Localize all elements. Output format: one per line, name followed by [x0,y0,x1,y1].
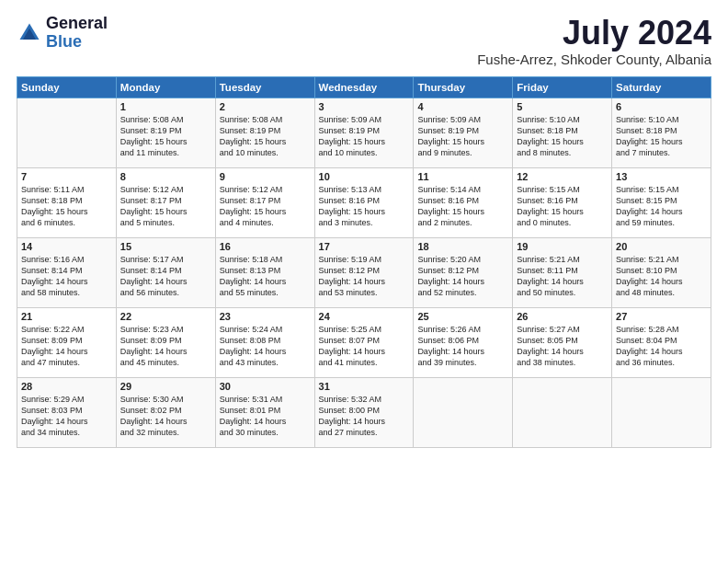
day-number: 21 [21,311,112,322]
cell-day: 10Sunrise: 5:13 AM Sunset: 8:16 PM Dayli… [314,167,414,237]
day-number: 26 [517,311,608,322]
cell-day: 17Sunrise: 5:19 AM Sunset: 8:12 PM Dayli… [314,237,414,307]
cell-day [414,377,513,447]
cell-info: Sunrise: 5:23 AM Sunset: 8:09 PM Dayligh… [120,324,211,369]
cell-info: Sunrise: 5:15 AM Sunset: 8:16 PM Dayligh… [517,184,608,229]
cell-info: Sunrise: 5:13 AM Sunset: 8:16 PM Dayligh… [319,184,410,229]
cell-info: Sunrise: 5:21 AM Sunset: 8:10 PM Dayligh… [616,254,707,299]
cell-info: Sunrise: 5:31 AM Sunset: 8:01 PM Dayligh… [220,394,311,439]
cell-day: 14Sunrise: 5:16 AM Sunset: 8:14 PM Dayli… [17,237,117,307]
cell-info: Sunrise: 5:16 AM Sunset: 8:14 PM Dayligh… [21,254,112,299]
day-number: 7 [21,171,112,182]
cell-info: Sunrise: 5:15 AM Sunset: 8:15 PM Dayligh… [616,184,707,229]
col-header-monday: Monday [116,76,215,98]
day-number: 15 [120,241,211,252]
cell-day [612,377,711,447]
day-number: 22 [120,311,211,322]
cell-info: Sunrise: 5:08 AM Sunset: 8:19 PM Dayligh… [220,114,311,159]
page: General Blue July 2024 Fushe-Arrez, Shko… [0,0,728,563]
location: Fushe-Arrez, Shkoder County, Albania [477,52,711,67]
cell-day: 22Sunrise: 5:23 AM Sunset: 8:09 PM Dayli… [116,307,215,377]
cell-day: 6Sunrise: 5:10 AM Sunset: 8:18 PM Daylig… [612,98,711,167]
header-row: SundayMondayTuesdayWednesdayThursdayFrid… [17,76,711,98]
day-number: 8 [120,171,211,182]
cell-day: 1Sunrise: 5:08 AM Sunset: 8:19 PM Daylig… [116,98,215,167]
day-number: 10 [319,171,410,182]
cell-day: 24Sunrise: 5:25 AM Sunset: 8:07 PM Dayli… [314,307,414,377]
cell-day: 15Sunrise: 5:17 AM Sunset: 8:14 PM Dayli… [116,237,215,307]
cell-day: 9Sunrise: 5:12 AM Sunset: 8:17 PM Daylig… [215,167,314,237]
day-number: 4 [417,101,508,112]
cell-info: Sunrise: 5:18 AM Sunset: 8:13 PM Dayligh… [220,254,311,299]
cell-day: 13Sunrise: 5:15 AM Sunset: 8:15 PM Dayli… [612,167,711,237]
cell-day [513,377,612,447]
cell-day: 29Sunrise: 5:30 AM Sunset: 8:02 PM Dayli… [116,377,215,447]
day-number: 9 [220,171,311,182]
cell-day: 28Sunrise: 5:29 AM Sunset: 8:03 PM Dayli… [17,377,117,447]
logo-text: General Blue [46,15,108,52]
cell-info: Sunrise: 5:26 AM Sunset: 8:06 PM Dayligh… [417,324,508,369]
cell-day: 27Sunrise: 5:28 AM Sunset: 8:04 PM Dayli… [612,307,711,377]
cell-info: Sunrise: 5:09 AM Sunset: 8:19 PM Dayligh… [417,114,508,159]
col-header-wednesday: Wednesday [314,76,414,98]
day-number: 12 [517,171,608,182]
cell-info: Sunrise: 5:10 AM Sunset: 8:18 PM Dayligh… [517,114,608,159]
cell-info: Sunrise: 5:12 AM Sunset: 8:17 PM Dayligh… [220,184,311,229]
cell-day: 31Sunrise: 5:32 AM Sunset: 8:00 PM Dayli… [314,377,414,447]
cell-day: 20Sunrise: 5:21 AM Sunset: 8:10 PM Dayli… [612,237,711,307]
day-number: 19 [517,241,608,252]
cell-day: 18Sunrise: 5:20 AM Sunset: 8:12 PM Dayli… [414,237,513,307]
day-number: 28 [21,381,112,392]
cell-info: Sunrise: 5:14 AM Sunset: 8:16 PM Dayligh… [417,184,508,229]
cell-day: 23Sunrise: 5:24 AM Sunset: 8:08 PM Dayli… [215,307,314,377]
cell-day: 5Sunrise: 5:10 AM Sunset: 8:18 PM Daylig… [513,98,612,167]
cell-info: Sunrise: 5:10 AM Sunset: 8:18 PM Dayligh… [616,114,707,159]
day-number: 14 [21,241,112,252]
cell-day: 16Sunrise: 5:18 AM Sunset: 8:13 PM Dayli… [215,237,314,307]
cell-day: 19Sunrise: 5:21 AM Sunset: 8:11 PM Dayli… [513,237,612,307]
cell-info: Sunrise: 5:11 AM Sunset: 8:18 PM Dayligh… [21,184,112,229]
cell-day: 26Sunrise: 5:27 AM Sunset: 8:05 PM Dayli… [513,307,612,377]
cell-info: Sunrise: 5:30 AM Sunset: 8:02 PM Dayligh… [120,394,211,439]
day-number: 2 [220,101,311,112]
day-number: 27 [616,311,707,322]
week-row-4: 21Sunrise: 5:22 AM Sunset: 8:09 PM Dayli… [17,307,711,377]
cell-info: Sunrise: 5:27 AM Sunset: 8:05 PM Dayligh… [517,324,608,369]
cell-day: 4Sunrise: 5:09 AM Sunset: 8:19 PM Daylig… [414,98,513,167]
cell-day: 25Sunrise: 5:26 AM Sunset: 8:06 PM Dayli… [414,307,513,377]
col-header-friday: Friday [513,76,612,98]
logo-blue: Blue [46,33,108,52]
calendar-table: SundayMondayTuesdayWednesdayThursdayFrid… [17,76,711,448]
cell-day: 21Sunrise: 5:22 AM Sunset: 8:09 PM Dayli… [17,307,117,377]
day-number: 5 [517,101,608,112]
cell-day: 11Sunrise: 5:14 AM Sunset: 8:16 PM Dayli… [414,167,513,237]
day-number: 24 [319,311,410,322]
logo-general: General [46,15,108,33]
cell-info: Sunrise: 5:08 AM Sunset: 8:19 PM Dayligh… [120,114,211,159]
col-header-sunday: Sunday [17,76,117,98]
week-row-2: 7Sunrise: 5:11 AM Sunset: 8:18 PM Daylig… [17,167,711,237]
cell-info: Sunrise: 5:09 AM Sunset: 8:19 PM Dayligh… [319,114,410,159]
cell-info: Sunrise: 5:24 AM Sunset: 8:08 PM Dayligh… [220,324,311,369]
cell-info: Sunrise: 5:17 AM Sunset: 8:14 PM Dayligh… [120,254,211,299]
col-header-saturday: Saturday [612,76,711,98]
day-number: 20 [616,241,707,252]
day-number: 16 [220,241,311,252]
col-header-tuesday: Tuesday [215,76,314,98]
day-number: 13 [616,171,707,182]
day-number: 31 [319,381,410,392]
cell-info: Sunrise: 5:19 AM Sunset: 8:12 PM Dayligh… [319,254,410,299]
cell-day: 7Sunrise: 5:11 AM Sunset: 8:18 PM Daylig… [17,167,117,237]
cell-day: 30Sunrise: 5:31 AM Sunset: 8:01 PM Dayli… [215,377,314,447]
day-number: 29 [120,381,211,392]
week-row-1: 1Sunrise: 5:08 AM Sunset: 8:19 PM Daylig… [17,98,711,167]
logo-icon [17,20,42,46]
day-number: 23 [220,311,311,322]
cell-day: 12Sunrise: 5:15 AM Sunset: 8:16 PM Dayli… [513,167,612,237]
day-number: 3 [319,101,410,112]
day-number: 25 [417,311,508,322]
cell-info: Sunrise: 5:28 AM Sunset: 8:04 PM Dayligh… [616,324,707,369]
day-number: 6 [616,101,707,112]
logo: General Blue [17,15,108,52]
cell-info: Sunrise: 5:21 AM Sunset: 8:11 PM Dayligh… [517,254,608,299]
